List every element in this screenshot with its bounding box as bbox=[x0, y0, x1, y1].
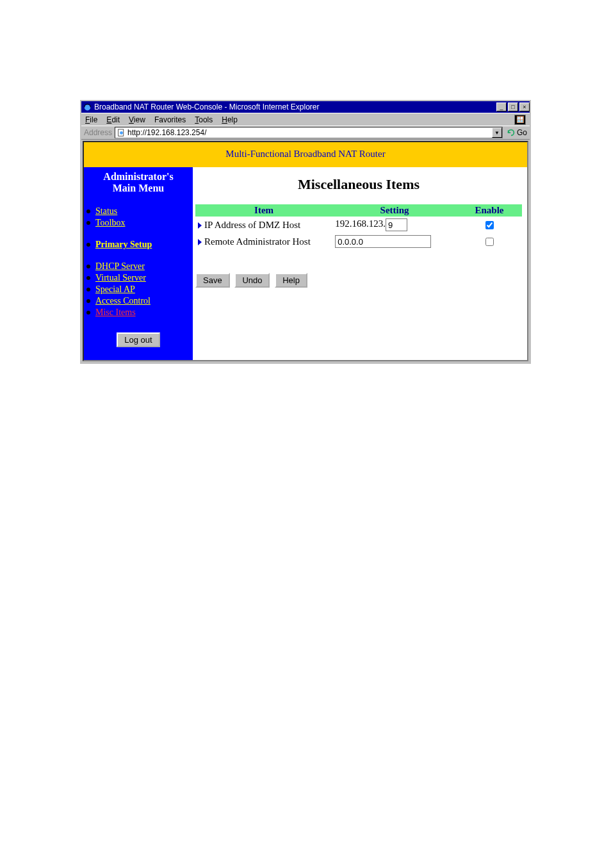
col-setting: Setting bbox=[332, 204, 457, 217]
arrow-icon bbox=[198, 239, 202, 245]
sidebar-item-status[interactable]: Status bbox=[86, 206, 190, 217]
arrow-icon bbox=[198, 222, 202, 229]
bullet-icon bbox=[86, 209, 90, 213]
bullet-icon bbox=[86, 311, 90, 315]
col-item: Item bbox=[195, 204, 332, 217]
row-dmz-host: IP Address of DMZ Host 192.168.123. bbox=[195, 217, 522, 233]
browser-window: Broadband NAT Router Web-Console - Micro… bbox=[80, 100, 531, 364]
sidebar-group-3: DHCP Server Virtual Server Special AP Ac… bbox=[86, 261, 190, 318]
bullet-icon bbox=[86, 288, 90, 291]
go-button[interactable]: Go bbox=[507, 128, 527, 137]
address-input[interactable]: http://192.168.123.254/ ▼ bbox=[115, 127, 503, 138]
sidebar-item-primary-setup[interactable]: Primary Setup bbox=[86, 239, 190, 250]
sidebar-item-access-control[interactable]: Access Control bbox=[86, 295, 190, 307]
sidebar-item-dhcp-server[interactable]: DHCP Server bbox=[86, 261, 190, 272]
address-url: http://192.168.123.254/ bbox=[127, 128, 206, 137]
dmz-ip-input[interactable] bbox=[386, 218, 407, 231]
content-pane: Miscellaneous Items Item Setting Enable … bbox=[193, 167, 527, 360]
sidebar-item-toolbox[interactable]: Toolbox bbox=[86, 217, 190, 229]
bullet-icon bbox=[86, 243, 90, 247]
dmz-ip-prefix: 192.168.123. bbox=[335, 218, 386, 229]
title-bar: Broadband NAT Router Web-Console - Micro… bbox=[81, 101, 530, 113]
undo-button[interactable]: Undo bbox=[234, 273, 270, 288]
col-enable: Enable bbox=[457, 204, 522, 217]
banner: Multi-Functional Broadband NAT Router bbox=[84, 142, 527, 167]
client-area: Multi-Functional Broadband NAT Router Ad… bbox=[83, 141, 528, 361]
bullet-icon bbox=[86, 221, 90, 225]
sidebar-group-1: Status Toolbox bbox=[86, 206, 190, 229]
bullet-icon bbox=[86, 299, 90, 303]
remote-enable-checkbox[interactable] bbox=[485, 238, 494, 246]
window-title: Broadband NAT Router Web-Console - Micro… bbox=[94, 102, 495, 111]
address-dropdown-button[interactable]: ▼ bbox=[492, 127, 502, 138]
content-title: Miscellaneous Items bbox=[195, 176, 522, 193]
menu-view[interactable]: View bbox=[129, 115, 145, 124]
help-button[interactable]: Help bbox=[275, 273, 307, 288]
menu-help[interactable]: Help bbox=[222, 115, 238, 124]
sidebar-title: Administrator's Main Menu bbox=[86, 171, 190, 194]
sidebar-group-2: Primary Setup bbox=[86, 239, 190, 250]
items-table: Item Setting Enable IP Address of DMZ Ho… bbox=[195, 204, 522, 250]
table-header-row: Item Setting Enable bbox=[195, 204, 522, 217]
logout-button[interactable]: Log out bbox=[117, 332, 159, 347]
dmz-enable-checkbox[interactable] bbox=[485, 221, 494, 229]
maximize-button[interactable]: □ bbox=[508, 102, 518, 111]
page-icon bbox=[117, 128, 126, 137]
bullet-icon bbox=[86, 265, 90, 268]
save-button[interactable]: Save bbox=[195, 273, 230, 288]
sidebar: Administrator's Main Menu Status Toolbox… bbox=[84, 167, 193, 360]
ie-throbber-icon: 🪟 bbox=[514, 115, 526, 125]
svg-point-2 bbox=[120, 131, 123, 135]
sidebar-item-virtual-server[interactable]: Virtual Server bbox=[86, 272, 190, 284]
menu-bar: File Edit View Favorites Tools Help 🪟 bbox=[81, 113, 530, 126]
menu-tools[interactable]: Tools bbox=[195, 115, 213, 124]
close-button[interactable]: × bbox=[519, 102, 530, 111]
menu-edit[interactable]: Edit bbox=[106, 115, 120, 124]
button-row: Save Undo Help bbox=[195, 273, 522, 288]
menu-favorites[interactable]: Favorites bbox=[154, 115, 186, 124]
remote-host-input[interactable] bbox=[335, 235, 431, 248]
sidebar-item-special-ap[interactable]: Special AP bbox=[86, 284, 190, 295]
bullet-icon bbox=[86, 276, 90, 280]
ie-icon bbox=[83, 102, 92, 111]
menu-file[interactable]: File bbox=[85, 115, 97, 124]
remote-label: Remote Administrator Host bbox=[204, 236, 311, 247]
address-bar: Address http://192.168.123.254/ ▼ Go bbox=[81, 126, 530, 140]
sidebar-item-misc-items[interactable]: Misc Items bbox=[86, 307, 190, 318]
minimize-button[interactable]: _ bbox=[496, 102, 507, 111]
address-label: Address bbox=[84, 128, 112, 137]
row-remote-admin: Remote Administrator Host bbox=[195, 233, 522, 250]
dmz-label: IP Address of DMZ Host bbox=[204, 220, 300, 230]
